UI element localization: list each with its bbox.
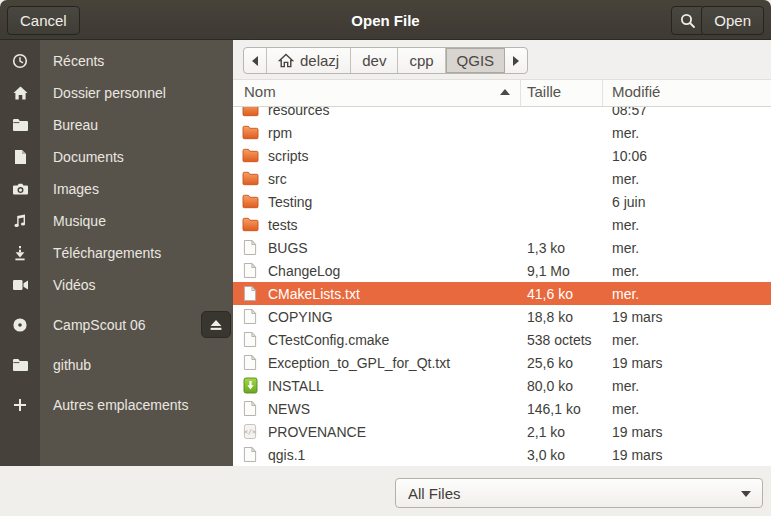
file-row[interactable]: ChangeLog 9,1 Mo mer. — [233, 259, 771, 282]
file-name: Testing — [268, 194, 312, 210]
breadcrumb-label: dev — [362, 52, 386, 69]
file-icon: </> — [241, 423, 259, 440]
file-row[interactable]: scripts 10:06 — [233, 144, 771, 167]
file-filter-combobox[interactable]: All Files — [395, 478, 763, 508]
sidebar-item-vid-os[interactable]: Vidéos — [0, 269, 233, 301]
file-row-selected[interactable]: CMakeLists.txt 41,6 ko mer. — [233, 282, 771, 305]
file-modified: mer. — [612, 263, 639, 279]
folder-icon — [241, 217, 259, 232]
sidebar-item-label: Récents — [53, 53, 104, 69]
folder-icon — [0, 358, 40, 372]
pathbar: delazjdevcppQGIS — [233, 40, 771, 80]
file-row[interactable]: Exception_to_GPL_for_Qt.txt 25,6 ko 19 m… — [233, 351, 771, 374]
file-icon — [241, 446, 259, 463]
file-size: 2,1 ko — [527, 424, 565, 440]
sidebar-item-documents[interactable]: Documents — [0, 141, 233, 173]
breadcrumb-segment-dev[interactable]: dev — [351, 48, 398, 73]
breadcrumb-back-button[interactable] — [244, 48, 267, 73]
file-size: 9,1 Mo — [527, 263, 570, 279]
file-name: resources — [268, 107, 329, 118]
file-modified: mer. — [612, 125, 639, 141]
file-icon — [241, 239, 259, 256]
eject-icon — [209, 319, 223, 331]
column-header-size[interactable]: Taille — [527, 83, 561, 100]
file-modified: 08:57 — [612, 107, 647, 118]
file-name: CTestConfig.cmake — [268, 332, 389, 348]
file-size: 3,0 ko — [527, 447, 565, 463]
file-row[interactable]: resources 08:57 — [233, 107, 771, 121]
sidebar-item-dossier-personnel[interactable]: Dossier personnel — [0, 77, 233, 109]
breadcrumb-label: QGIS — [457, 52, 495, 69]
file-modified: mer. — [612, 171, 639, 187]
sidebar-item-label: Musique — [53, 213, 106, 229]
file-row[interactable]: CTestConfig.cmake 538 octets mer. — [233, 328, 771, 351]
file-name: CMakeLists.txt — [268, 286, 360, 302]
video-icon — [0, 279, 40, 291]
column-header-modified[interactable]: Modifié — [612, 83, 660, 100]
camera-icon — [0, 182, 40, 196]
sidebar-item-images[interactable]: Images — [0, 173, 233, 205]
sort-ascending-icon — [500, 89, 510, 95]
home-icon — [278, 53, 294, 68]
folder-icon — [241, 148, 259, 163]
cancel-button[interactable]: Cancel — [7, 6, 80, 35]
sidebar-item-label: github — [53, 357, 91, 373]
file-row[interactable]: NEWS 146,1 ko mer. — [233, 397, 771, 420]
dialog-title: Open File — [0, 0, 771, 40]
file-row[interactable]: Testing 6 juin — [233, 190, 771, 213]
sidebar-item-label: Images — [53, 181, 99, 197]
file-modified: mer. — [612, 286, 639, 302]
file-row[interactable]: rpm mer. — [233, 121, 771, 144]
file-name: tests — [268, 217, 298, 233]
file-size: 80,0 ko — [527, 378, 573, 394]
file-row[interactable]: INSTALL 80,0 ko mer. — [233, 374, 771, 397]
file-row[interactable]: src mer. — [233, 167, 771, 190]
music-icon — [0, 213, 40, 229]
breadcrumb-segment-delazj[interactable]: delazj — [267, 48, 351, 73]
file-row[interactable]: qgis.1 3,0 ko 19 mars — [233, 443, 771, 466]
plus-icon — [0, 398, 40, 412]
file-modified: mer. — [612, 332, 639, 348]
file-row[interactable]: </> PROVENANCE 2,1 ko 19 mars — [233, 420, 771, 443]
file-size: 25,6 ko — [527, 355, 573, 371]
open-button[interactable]: Open — [701, 6, 764, 35]
file-name: COPYING — [268, 309, 333, 325]
download-icon — [0, 245, 40, 261]
file-list: resources 08:57 rpm mer. scripts 10:06 s… — [233, 107, 771, 466]
bottom-bar: All Files — [0, 466, 771, 516]
breadcrumb-label: delazj — [300, 52, 339, 69]
svg-text:</>: </> — [244, 428, 256, 436]
sidebar-item-musique[interactable]: Musique — [0, 205, 233, 237]
sidebar-item-t-l-chargements[interactable]: Téléchargements — [0, 237, 233, 269]
open-file-dialog: Cancel Open File Open Récents Dossier pe… — [0, 0, 771, 516]
file-row[interactable]: tests mer. — [233, 213, 771, 236]
file-row[interactable]: BUGS 1,3 ko mer. — [233, 236, 771, 259]
file-name: NEWS — [268, 401, 310, 417]
file-modified: 19 mars — [612, 355, 663, 371]
file-icon — [241, 262, 259, 279]
sidebar-item-r-cents[interactable]: Récents — [0, 45, 233, 77]
sidebar-item-bureau[interactable]: Bureau — [0, 109, 233, 141]
sidebar-item-label: CampScout 06 — [53, 317, 146, 333]
eject-button[interactable] — [201, 311, 231, 338]
file-modified: mer. — [612, 217, 639, 233]
sidebar-item-label: Vidéos — [53, 277, 96, 293]
breadcrumb-segment-qgis[interactable]: QGIS — [446, 48, 506, 73]
headerbar: Cancel Open File Open — [0, 0, 771, 40]
file-modified: 6 juin — [612, 194, 645, 210]
file-row[interactable]: COPYING 18,8 ko 19 mars — [233, 305, 771, 328]
column-header-name[interactable]: Nom — [244, 83, 276, 100]
breadcrumb-segment-cpp[interactable]: cpp — [398, 48, 445, 73]
file-modified: 19 mars — [612, 447, 663, 463]
sidebar-item-campscout-06[interactable]: CampScout 06 — [0, 309, 233, 341]
breadcrumb-forward-button[interactable] — [505, 48, 527, 73]
disc-icon — [0, 317, 40, 333]
sidebar-item-github[interactable]: github — [0, 349, 233, 381]
search-button[interactable] — [671, 6, 705, 35]
breadcrumb-label: cpp — [409, 52, 433, 69]
breadcrumb: delazjdevcppQGIS — [243, 47, 528, 74]
sidebar-item-autres-emplacements[interactable]: Autres emplacements — [0, 389, 233, 421]
file-name: Exception_to_GPL_for_Qt.txt — [268, 355, 450, 371]
file-icon — [241, 354, 259, 371]
home-icon — [0, 85, 40, 101]
